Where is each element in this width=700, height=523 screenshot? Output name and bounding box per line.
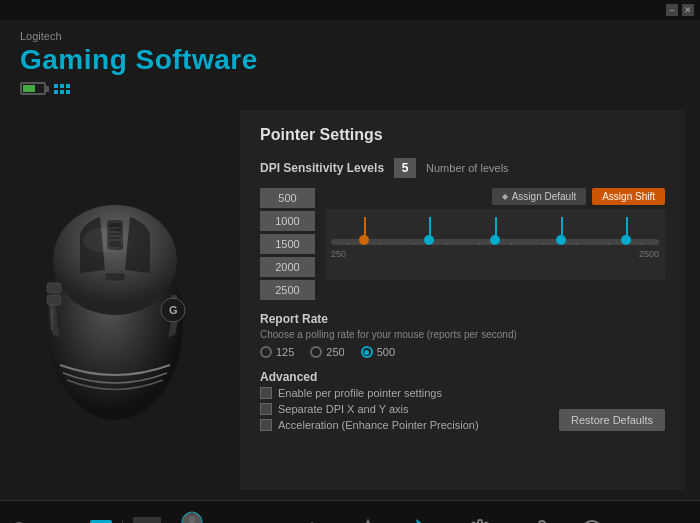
settings-panel: Pointer Settings DPI Sensitivity Levels … (240, 110, 685, 490)
radio-circle-500 (361, 346, 373, 358)
minimize-button[interactable]: – (666, 4, 678, 16)
dpi-level-500[interactable]: 500 (260, 188, 315, 208)
title-bar: – ✕ (0, 0, 700, 20)
dpi-header: DPI Sensitivity Levels 5 Number of level… (260, 158, 665, 178)
svg-rect-12 (105, 273, 125, 281)
toolbar-mouse-icon[interactable] (169, 506, 214, 524)
dpi-level-1000[interactable]: 1000 (260, 211, 315, 231)
app-subtitle: Logitech (20, 30, 680, 42)
back-button[interactable]: ◀ (133, 517, 161, 524)
report-rate-title: Report Rate (260, 312, 665, 326)
assign-default-button[interactable]: Assign Default (492, 188, 586, 205)
app-header: Logitech Gaming Software (0, 20, 700, 100)
slider-min-label: 250 (331, 249, 346, 259)
mouse-image-area: G (0, 100, 240, 500)
radio-circle-125 (260, 346, 272, 358)
dpi-level-2000[interactable]: 2000 (260, 257, 315, 277)
home-button[interactable] (294, 513, 330, 524)
dpi-controls: 500 1000 1500 2000 2500 Assign Default A… (260, 188, 665, 300)
checkbox-box-3 (260, 419, 272, 431)
assign-buttons: Assign Default Assign Shift (325, 188, 665, 205)
checkbox-box-2 (260, 403, 272, 415)
g-badge: G (90, 520, 112, 524)
toolbar-logo: L Logitech | G (10, 520, 123, 524)
main-content: G Pointer Settings DPI Sensitivity Level… (0, 100, 700, 500)
dpi-num-label: Number of levels (426, 162, 509, 174)
panel-title: Pointer Settings (260, 126, 665, 144)
mouse-image: G (25, 165, 215, 435)
app-title: Gaming Software (20, 44, 680, 76)
help-button[interactable] (574, 513, 610, 524)
svg-point-13 (83, 228, 123, 252)
dpi-levels-list: 500 1000 1500 2000 2500 (260, 188, 315, 300)
pointer-button[interactable] (406, 513, 442, 524)
svg-rect-11 (47, 295, 61, 305)
dpi-slider-area: Assign Default Assign Shift (325, 188, 665, 300)
svg-rect-10 (47, 283, 61, 293)
report-250[interactable]: 250 (310, 346, 344, 358)
dpi-level-2500[interactable]: 2500 (260, 280, 315, 300)
report-rate-desc: Choose a polling rate for your mouse (re… (260, 329, 665, 340)
dpi-label: DPI Sensitivity Levels (260, 161, 384, 175)
advanced-title: Advanced (260, 370, 665, 384)
battery-fill (23, 85, 35, 92)
header-icons (20, 82, 680, 95)
dpi-number: 5 (394, 158, 416, 178)
report-rate-group: 125 250 500 (260, 346, 665, 358)
report-125[interactable]: 125 (260, 346, 294, 358)
settings-button[interactable] (462, 513, 498, 524)
slider-max-label: 2500 (639, 249, 659, 259)
battery-icon (20, 82, 46, 95)
radio-circle-250 (310, 346, 322, 358)
assign-shift-button[interactable]: Assign Shift (592, 188, 665, 205)
lighting-button[interactable] (350, 513, 386, 524)
svg-rect-18 (189, 516, 195, 524)
close-button[interactable]: ✕ (682, 4, 694, 16)
report-500[interactable]: 500 (361, 346, 395, 358)
grid-icon (54, 84, 70, 94)
checkbox-per-profile[interactable]: Enable per profile pointer settings (260, 387, 665, 399)
toolbar-icons (214, 513, 690, 524)
share-button[interactable] (518, 513, 554, 524)
advanced-section: Advanced Enable per profile pointer sett… (260, 370, 665, 431)
restore-defaults-button[interactable]: Restore Defaults (559, 409, 665, 431)
svg-text:G: G (169, 304, 178, 316)
bottom-toolbar: L Logitech | G ◀ (0, 500, 700, 523)
checkbox-box-1 (260, 387, 272, 399)
title-bar-controls: – ✕ (666, 4, 694, 16)
dpi-level-1500[interactable]: 1500 (260, 234, 315, 254)
